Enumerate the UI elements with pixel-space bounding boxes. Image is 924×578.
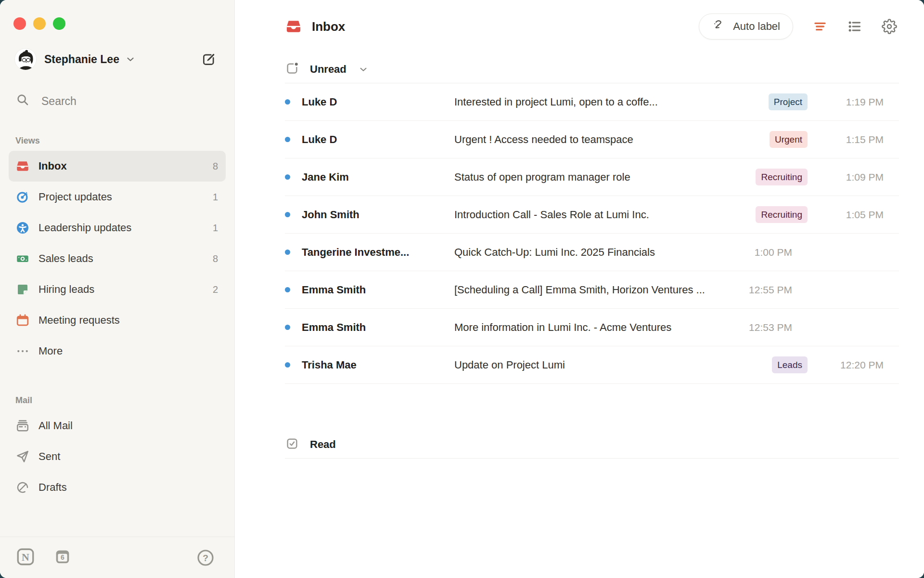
sidebar-item-project-updates[interactable]: Project updates 1 [9, 182, 226, 212]
email-row[interactable]: John Smith Introduction Call - Sales Rol… [285, 196, 899, 234]
sidebar-item-leadership-updates[interactable]: Leadership updates 1 [9, 212, 226, 243]
mail-app-window: Stephanie Lee Search Views [0, 0, 924, 578]
unread-dot [285, 137, 290, 142]
search-icon [15, 92, 30, 110]
sidebar-item-label: Sales leads [38, 252, 93, 265]
unread-dot [285, 174, 290, 180]
settings-gear-icon[interactable] [882, 19, 897, 34]
views-section-label: Views [15, 136, 234, 146]
zoom-window-button[interactable] [53, 17, 65, 30]
email-time: 1:19 PM [808, 96, 899, 108]
avatar [14, 48, 37, 70]
sidebar-item-count: 8 [213, 161, 218, 172]
sidebar-item-label: Leadership updates [38, 222, 131, 234]
email-label-badge[interactable]: Leads [772, 356, 808, 373]
accessibility-icon [15, 221, 30, 235]
email-subject: Status of open program manager role [454, 171, 756, 184]
email-time: 1:00 PM [755, 247, 808, 258]
notion-logo-icon[interactable]: N [15, 547, 36, 569]
chevron-down-icon [358, 64, 369, 75]
search-placeholder: Search [41, 95, 77, 108]
chevron-down-icon [125, 54, 136, 65]
email-row[interactable]: Emma Smith More information in Lumi Inc.… [285, 309, 899, 346]
account-name: Stephanie Lee [44, 53, 119, 66]
email-row[interactable]: Tangerine Investme... Quick Catch-Up: Lu… [285, 234, 899, 271]
mail-section-label: Mail [15, 395, 234, 406]
svg-text:N: N [22, 552, 29, 563]
read-checkbox-icon [285, 436, 299, 453]
sidebar-item-sent[interactable]: Sent [9, 441, 226, 472]
inbox-icon [285, 18, 302, 35]
notion-calendar-icon[interactable]: 6 [53, 547, 72, 568]
main-content: Inbox Auto label [235, 0, 924, 578]
filter-icon[interactable] [812, 19, 828, 34]
email-subject: Introduction Call - Sales Role at Lumi I… [454, 209, 756, 221]
unread-group-title: Unread [310, 63, 346, 76]
sidebar-footer: N 6 ? [0, 537, 234, 578]
auto-label-label: Auto label [733, 20, 780, 33]
read-group: Read [285, 434, 899, 459]
email-label-badge[interactable]: Urgent [770, 131, 808, 148]
more-icon [15, 344, 30, 358]
unread-dot [285, 287, 290, 292]
main-header: Inbox Auto label [235, 0, 924, 39]
email-subject: [Scheduling a Call] Emma Smith, Horizon … [454, 284, 749, 296]
email-row[interactable]: Luke D Urgent ! Access needed to teamspa… [285, 121, 899, 158]
sidebar-item-meeting-requests[interactable]: Meeting requests [9, 305, 226, 336]
email-sender: Luke D [293, 133, 454, 146]
email-row[interactable]: Jane Kim Status of open program manager … [285, 158, 899, 196]
sidebar-item-more[interactable]: More [9, 336, 226, 367]
email-sender: Jane Kim [293, 171, 454, 184]
email-row[interactable]: Emma Smith [Scheduling a Call] Emma Smit… [285, 271, 899, 309]
email-label-badge[interactable]: Recruiting [756, 169, 808, 185]
sidebar-item-sales-leads[interactable]: Sales leads 8 [9, 243, 226, 274]
list-view-icon[interactable] [847, 19, 862, 34]
money-icon [15, 251, 30, 266]
sidebar-item-label: Sent [38, 450, 60, 463]
read-group-header[interactable]: Read [285, 434, 899, 455]
minimize-window-button[interactable] [33, 17, 46, 30]
close-window-button[interactable] [13, 17, 26, 30]
sidebar-item-label: Inbox [38, 160, 67, 172]
help-icon[interactable]: ? [196, 548, 215, 567]
sidebar-item-label: Hiring leads [38, 283, 94, 296]
auto-label-button[interactable]: Auto label [699, 13, 793, 39]
email-list-area: Unread Luke D Interested in project Lumi… [235, 59, 924, 459]
email-time: 1:15 PM [808, 134, 899, 145]
svg-text:?: ? [203, 553, 208, 563]
unread-group-header[interactable]: Unread [285, 59, 899, 80]
unread-dot [285, 325, 290, 330]
all-mail-icon [15, 419, 30, 433]
page-title: Inbox [312, 19, 345, 34]
window-controls [0, 0, 234, 30]
sidebar-item-drafts[interactable]: Drafts [9, 472, 226, 503]
views-nav: Inbox 8 Project updates 1 [0, 151, 234, 367]
sidebar-item-label: More [38, 345, 63, 357]
email-sender: Emma Smith [293, 321, 454, 334]
sidebar-item-label: All Mail [38, 420, 73, 432]
sidebar-item-inbox[interactable]: Inbox 8 [9, 151, 226, 182]
sidebar-item-hiring-leads[interactable]: Hiring leads 2 [9, 274, 226, 305]
account-switcher[interactable]: Stephanie Lee [14, 48, 217, 70]
search-field[interactable]: Search [15, 92, 217, 110]
email-sender: John Smith [293, 209, 454, 221]
email-label-badge[interactable]: Recruiting [756, 206, 808, 223]
unread-dot [285, 362, 290, 368]
email-row[interactable]: Trisha Mae Update on Project Lumi Leads … [285, 346, 899, 384]
drafts-icon [15, 480, 30, 495]
sidebar-item-all-mail[interactable]: All Mail [9, 410, 226, 441]
email-time: 12:20 PM [808, 359, 899, 371]
sidebar-item-count: 1 [213, 192, 218, 203]
target-icon [15, 190, 30, 204]
compose-button[interactable] [201, 51, 217, 67]
email-row[interactable]: Luke D Interested in project Lumi, open … [285, 83, 899, 121]
email-subject: Interested in project Lumi, open to a co… [454, 96, 769, 108]
email-subject: More information in Lumi Inc. - Acme Ven… [454, 321, 749, 334]
svg-text:6: 6 [61, 553, 64, 561]
unread-dot [285, 250, 290, 255]
email-subject: Quick Catch-Up: Lumi Inc. 2025 Financial… [454, 246, 755, 259]
sidebar: Stephanie Lee Search Views [0, 0, 235, 578]
email-label-badge[interactable]: Project [769, 93, 808, 110]
auto-label-icon [712, 18, 726, 35]
inbox-icon [15, 159, 30, 173]
